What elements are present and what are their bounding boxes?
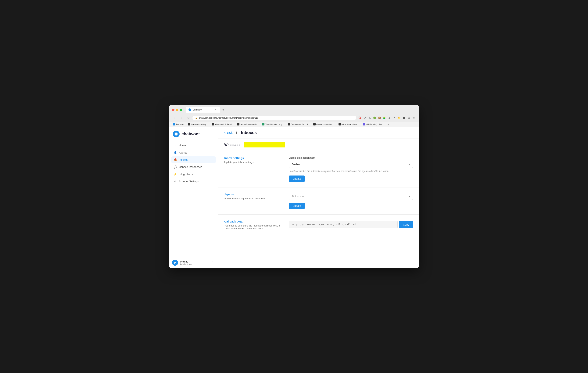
user-name: Pranav: [180, 260, 209, 263]
sidebar-logo: chatwoot: [169, 127, 218, 140]
bookmark-label: mikel/mail: A Reall...: [215, 123, 233, 126]
sidebar-item-account-settings[interactable]: ⚙ Account Settings: [171, 178, 216, 185]
inbox-settings-info: Inbox Settings Update your inbox setting…: [224, 156, 281, 182]
maximize-button[interactable]: [179, 109, 182, 111]
logo-text: chatwoot: [181, 131, 200, 137]
inbox-settings-desc: Update your inbox settings: [224, 161, 281, 164]
close-button[interactable]: [172, 109, 174, 111]
sidebar-item-label: Home: [179, 144, 186, 147]
canned-responses-icon: 💬: [174, 165, 177, 169]
back-link[interactable]: < Back: [224, 131, 232, 134]
tab-favicon: [189, 108, 191, 111]
bookmark-devise[interactable]: devise/passwords...: [236, 123, 259, 126]
sidebar-item-integrations[interactable]: ⚡ Integrations: [171, 171, 216, 178]
main-content: < Back ⬇ Inboxes Whatsapp Inbox Settings…: [218, 127, 419, 268]
ext-icon-box[interactable]: 📦: [377, 116, 381, 120]
ext-icon-1[interactable]: ⭕: [358, 116, 362, 120]
sidebar-item-agents[interactable]: 👤 Agents: [171, 149, 216, 156]
bookmark-favicon: [237, 123, 240, 126]
sidebar: chatwoot ‹ Home 👤 Agents 📥 Inboxes 💬 Ca: [169, 127, 218, 268]
agents-info: Agents Add or remove agents from this in…: [224, 193, 281, 209]
sidebar-item-label: Integrations: [179, 173, 193, 176]
callback-desc: You have to configure the message callba…: [224, 224, 281, 230]
ext-icon-z[interactable]: Z: [387, 116, 391, 120]
auto-assignment-label: Enable auto assignment: [289, 156, 413, 159]
bookmark-docs[interactable]: Documents for US...: [287, 123, 310, 126]
auto-assignment-select[interactable]: Enabled Disabled: [289, 161, 413, 168]
tab-close-button[interactable]: ×: [214, 108, 217, 111]
back-nav-button[interactable]: ‹: [172, 115, 177, 120]
bookmark-label: frontend/config.y...: [191, 123, 208, 126]
ext-icon-circle[interactable]: ⬤: [402, 116, 406, 120]
bookmark-label: The Ultimate Lang...: [265, 123, 284, 126]
menu-button[interactable]: ≡: [412, 116, 416, 120]
ext-icon-grid[interactable]: ⊞: [407, 116, 411, 120]
inboxes-icon: 📥: [174, 158, 177, 161]
sidebar-item-label: Account Settings: [179, 180, 199, 183]
bookmark-label: devise/passwords...: [240, 123, 259, 126]
avatar-letter: P: [174, 261, 176, 264]
sidebar-item-canned-responses[interactable]: 💬 Canned Responses: [171, 164, 216, 171]
app-content: chatwoot ‹ Home 👤 Agents 📥 Inboxes 💬 Ca: [169, 127, 419, 268]
callback-url-section: Callback URL You have to configure the m…: [218, 214, 419, 235]
lock-icon: 🔒: [195, 117, 198, 119]
sidebar-item-inboxes[interactable]: 📥 Inboxes: [171, 156, 216, 163]
callback-row: https://chatwoot.pagekite.me/twilio/call…: [289, 221, 413, 228]
browser-tab[interactable]: Chatwoot ×: [186, 107, 220, 113]
bookmark-mail[interactable]: mikel/mail: A Reall...: [211, 123, 234, 126]
ext-icon-green[interactable]: 🟢: [372, 116, 377, 120]
window-controls: [172, 109, 182, 111]
tab-bar: Chatwoot × +: [186, 107, 416, 113]
user-role: Administrator: [180, 263, 209, 265]
inbox-settings-controls: Enable auto assignment Enabled Disabled …: [289, 156, 413, 182]
bookmark-more-label: »: [387, 123, 388, 126]
inbox-settings-update-button[interactable]: Update: [289, 175, 305, 182]
bookmark-cleave[interactable]: cleave.js/reactjs-c...: [313, 123, 336, 126]
agents-section: Agents Add or remove agents from this in…: [218, 187, 419, 214]
agents-title: Agents: [224, 193, 281, 196]
bookmark-favicon: [363, 123, 365, 126]
ext-icon-shield[interactable]: 🛡: [363, 116, 367, 120]
bookmark-more[interactable]: »: [387, 123, 389, 126]
address-bar: ‹ › ↻ 🔒 chatwoot.pagekite.me/app/account…: [169, 114, 419, 122]
bookmark-reactboot[interactable]: https://react-boot...: [338, 123, 360, 126]
bookmark-favicon: [188, 123, 190, 126]
ext-icon-v[interactable]: ✓: [392, 116, 396, 120]
page-header: < Back ⬇ Inboxes: [218, 127, 419, 139]
agents-update-button[interactable]: Update: [289, 202, 305, 209]
bookmark-ultimate[interactable]: The Ultimate Lang...: [262, 123, 285, 126]
settings-icon: ⚙: [174, 180, 177, 183]
inbox-settings-title: Inbox Settings: [224, 156, 281, 160]
title-bar: Chatwoot × +: [169, 105, 419, 114]
agents-icon: 👤: [174, 151, 177, 154]
bookmark-testwoot[interactable]: Testwoot: [172, 123, 185, 126]
inbox-settings-section: Inbox Settings Update your inbox setting…: [218, 151, 419, 187]
sidebar-item-home[interactable]: ‹ Home: [171, 142, 216, 149]
bookmark-frontend[interactable]: frontend/config.y...: [187, 123, 209, 126]
agents-desc: Add or remove agents from this inbox: [224, 197, 281, 200]
extension-icons: ⭕ 🛡 ⚠ 🟢 📦 🧩 Z ✓ 📁 ⬤ ⊞ ≡: [358, 116, 416, 120]
bookmark-label: withFormik() · For...: [366, 123, 384, 126]
minimize-button[interactable]: [176, 109, 178, 111]
bookmark-favicon: [313, 123, 315, 126]
reload-button[interactable]: ↻: [186, 115, 191, 120]
bookmark-favicon: [173, 123, 175, 126]
new-tab-button[interactable]: +: [221, 107, 226, 112]
callback-url-box: https://chatwoot.pagekite.me/twilio/call…: [289, 221, 398, 228]
browser-window: Chatwoot × + ‹ › ↻ 🔒 chatwoot.pagekite.m…: [169, 105, 419, 268]
copy-button[interactable]: Copy: [399, 221, 413, 228]
ext-icon-puzzle[interactable]: 🧩: [382, 116, 387, 120]
avatar: P: [172, 260, 178, 266]
address-input[interactable]: 🔒 chatwoot.pagekite.me/app/accounts/1/se…: [192, 116, 356, 120]
bookmark-label: Testwoot: [176, 123, 184, 126]
download-button[interactable]: ⬇: [235, 131, 238, 135]
forward-nav-button[interactable]: ›: [179, 115, 184, 120]
url-text: chatwoot.pagekite.me/app/accounts/1/sett…: [199, 117, 258, 119]
bookmark-formik[interactable]: withFormik() · For...: [362, 123, 385, 126]
tab-title: Chatwoot: [193, 108, 213, 111]
more-options-button[interactable]: ⋮: [210, 260, 215, 265]
ext-icon-folder[interactable]: 📁: [397, 116, 401, 120]
agents-select[interactable]: Pick some: [289, 193, 413, 200]
ext-icon-warn[interactable]: ⚠: [368, 116, 372, 120]
bookmark-label: Documents for US...: [291, 123, 310, 126]
